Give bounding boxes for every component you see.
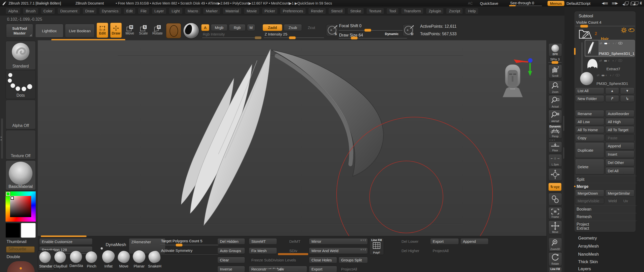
- brush-quick-planar[interactable]: [133, 250, 145, 263]
- visibility-eye-icon[interactable]: [618, 59, 622, 62]
- menu-preferences[interactable]: Preferences: [280, 8, 306, 14]
- rgb-intensity-slider-label[interactable]: Rgb Intensity: [203, 32, 225, 36]
- moon-icon[interactable]: ◐: [608, 59, 610, 62]
- aahalf-button[interactable]: AAHalf: [548, 110, 562, 123]
- move-down-button[interactable]: ▼: [620, 87, 634, 94]
- arraymesh-palette-header[interactable]: ArrayMesh: [578, 244, 599, 249]
- z-intensity-knob[interactable]: [289, 36, 296, 39]
- polyf-button[interactable]: Line Fill PolyF: [369, 238, 384, 255]
- visibility-eye-icon[interactable]: [615, 74, 620, 77]
- project-all-button[interactable]: ProjectAll: [339, 266, 368, 272]
- menu-alpha[interactable]: Alpha: [6, 8, 21, 14]
- stroke-d-widget[interactable]: + D: [403, 24, 415, 36]
- inverse-button[interactable]: Inverse: [217, 266, 245, 272]
- menu-macro[interactable]: Macro: [185, 8, 201, 14]
- del-all-button[interactable]: Del All: [605, 167, 634, 175]
- subtool-item[interactable]: ⇄ ●● ◐ ◑ ∕ PM3D_Sphere3D1: [580, 72, 634, 86]
- brush-selector-standard[interactable]: Standard: [6, 41, 36, 70]
- brush-quick-damstandard[interactable]: [70, 251, 82, 263]
- list-all-button[interactable]: List All: [575, 87, 604, 94]
- focal-shift-knob[interactable]: [364, 29, 371, 32]
- edit-button[interactable]: Edit: [97, 23, 108, 38]
- alpha-selector-off[interactable]: Alpha Off: [6, 100, 36, 129]
- brush-quick-standard[interactable]: [39, 251, 51, 263]
- dock-left-icon[interactable]: ◀: [622, 2, 628, 6]
- rotate-button[interactable]: R Rotate: [151, 23, 164, 38]
- silhouette-button[interactable]: Silhouette: [6, 246, 35, 253]
- material-selector-basic[interactable]: BasicMaterial: [6, 160, 36, 190]
- menu-render[interactable]: Render: [308, 8, 326, 14]
- polypaint-circles-icon[interactable]: ●●: [601, 73, 604, 77]
- menu-zplugin[interactable]: Zplugin: [426, 8, 444, 14]
- viewport-canvas[interactable]: [38, 40, 546, 236]
- menu-picker[interactable]: Picker: [262, 8, 278, 14]
- default-zscript-button[interactable]: DefaultZScript: [567, 1, 590, 6]
- m-button[interactable]: M: [247, 24, 255, 31]
- hue-cursor[interactable]: [6, 192, 10, 196]
- rename-button[interactable]: Rename: [575, 110, 604, 117]
- halfmoon-icon[interactable]: ◑: [612, 41, 614, 45]
- folder-gear-icon[interactable]: [621, 27, 627, 33]
- xyz-rotation-mode-button[interactable]: ↻ xyz: [548, 183, 561, 191]
- zremesher-button[interactable]: ZRemesher: [129, 238, 166, 254]
- brush-mini-icon[interactable]: ∕: [616, 59, 616, 62]
- bpr-button[interactable]: BPR: [548, 43, 562, 56]
- menu-stencil[interactable]: Stencil: [328, 8, 345, 14]
- geometry-palette-header[interactable]: Geometry: [578, 236, 597, 241]
- tray-expand-arrow-icon[interactable]: ▸▸: [1, 135, 2, 141]
- layers-palette-header[interactable]: Layers: [578, 266, 591, 271]
- menu-dynamics[interactable]: Dynamics: [99, 8, 121, 14]
- floor-axis-glyphs-icon[interactable]: ≡ ▾ ≡: [549, 139, 555, 141]
- all-low-button[interactable]: All Low: [575, 118, 604, 125]
- mirror-and-weld-button[interactable]: Mirror And Weld X Y Z: [309, 248, 368, 254]
- menus-button[interactable]: Menus: [547, 1, 565, 6]
- close-button[interactable]: ×: [639, 1, 642, 6]
- thumbnail-section-label[interactable]: Thumbnail: [7, 239, 26, 244]
- visible-count-slider-label[interactable]: Visible Count 4: [576, 20, 601, 24]
- activate-symmetry-button[interactable]: Activate Symmetry: [161, 248, 192, 253]
- menu-edit[interactable]: Edit: [124, 8, 136, 14]
- focal-shift-track[interactable]: [339, 30, 407, 31]
- rgb-intensity-track[interactable]: [202, 38, 261, 38]
- all-to-home-button[interactable]: All To Home: [575, 126, 604, 133]
- auto-reorder-button[interactable]: AutoReorder: [605, 110, 634, 117]
- subtool-master-button[interactable]: SubTool Master: [6, 24, 33, 38]
- insert-button[interactable]: Insert: [605, 151, 634, 158]
- tray-divider-accent[interactable]: [41, 235, 87, 237]
- menu-color[interactable]: Color: [41, 8, 55, 14]
- double-section-label[interactable]: Double: [7, 254, 20, 259]
- frame-button[interactable]: Frame: [548, 207, 562, 219]
- menu-document[interactable]: Document: [57, 8, 80, 14]
- flip-icon[interactable]: ⇄: [599, 59, 602, 62]
- color-a-button[interactable]: A: [201, 24, 209, 31]
- split-section-header[interactable]: Split: [575, 176, 637, 182]
- zadd-button[interactable]: Zadd: [263, 24, 282, 31]
- zcut-button[interactable]: Zcut: [303, 24, 319, 31]
- main-color-swatch[interactable]: [21, 223, 36, 238]
- spix-knob[interactable]: [551, 61, 558, 64]
- subtool-item[interactable]: ⇄ ●● ◐ ◑ ∕ Extract7: [585, 57, 634, 72]
- menu-help[interactable]: Help: [465, 8, 478, 14]
- stroke-selector-dots[interactable]: Dots: [6, 70, 36, 99]
- menu-layer[interactable]: Layer: [152, 8, 167, 14]
- menu-transform[interactable]: Transform: [401, 8, 424, 14]
- stroke-s-widget[interactable]: + S: [326, 24, 338, 36]
- del-mt-button[interactable]: DelMT: [287, 238, 308, 245]
- reconstruct-subdiv-button[interactable]: Reconstruct Subdiv: [249, 266, 307, 272]
- export-button-2[interactable]: Export: [430, 238, 459, 245]
- close-holes-button[interactable]: Close Holes: [309, 257, 337, 263]
- flip-icon[interactable]: ⇄: [599, 41, 602, 45]
- draw-size-track[interactable]: [339, 38, 407, 39]
- rotate3d-button[interactable]: Rotate: [548, 252, 562, 266]
- collapse-right-icon[interactable]: ɪɪɪɪ▶: [612, 1, 618, 5]
- brush-mini-icon[interactable]: ∕: [616, 41, 616, 45]
- polypaint-circles-icon[interactable]: ●●: [604, 41, 607, 45]
- texture-selector-off[interactable]: Texture Off: [6, 130, 36, 159]
- freeze-subdivision-button[interactable]: Freeze SubDivision Levels: [249, 257, 307, 263]
- export-button[interactable]: Export: [309, 266, 337, 272]
- zoom-button[interactable]: Zoom: [548, 81, 562, 94]
- focal-shift-slider-label[interactable]: Focal Shift 0: [339, 24, 361, 28]
- thickskin-palette-header[interactable]: Thick Skin: [578, 259, 598, 264]
- duplicate-button[interactable]: Duplicate: [575, 142, 604, 158]
- merge-similar-button[interactable]: MergeSimilar: [605, 190, 634, 197]
